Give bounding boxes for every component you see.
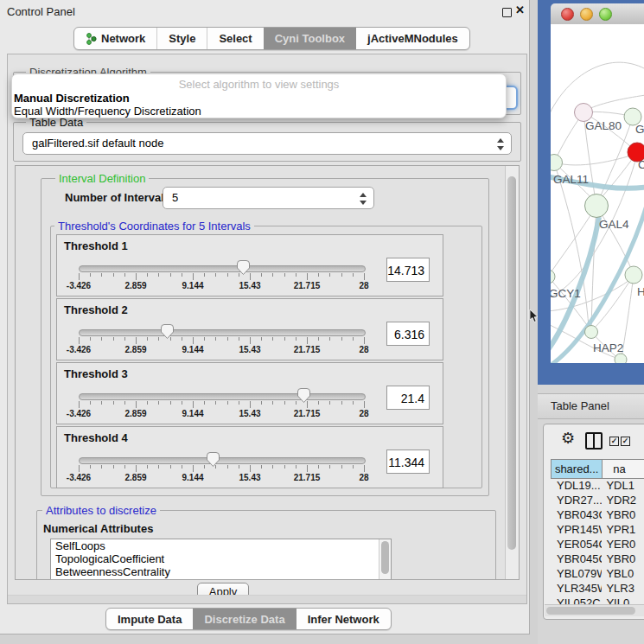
network-node[interactable]: [551, 270, 555, 284]
attributes-group-title: Attributes to discretize: [42, 504, 160, 517]
table-row[interactable]: YBR045CYBR0: [551, 552, 644, 567]
slider-tick-labels: -3.4262.8599.14415.4321.71528: [79, 345, 364, 355]
zoom-traffic-light-icon[interactable]: [599, 8, 612, 21]
slider-tick-labels: -3.4262.8599.14415.4321.71528: [79, 409, 364, 419]
threshold-value-field[interactable]: 21.4: [386, 386, 430, 410]
minimize-traffic-light-icon[interactable]: [580, 8, 593, 21]
table-horizontal-scrollbar[interactable]: [545, 604, 644, 616]
tab-infer-network[interactable]: Infer Network: [296, 609, 391, 629]
float-window-icon[interactable]: [502, 8, 512, 17]
gear-icon[interactable]: ⚙: [561, 429, 575, 448]
slider-tick-labels: -3.4262.8599.14415.4321.71528: [79, 473, 364, 483]
table-panel-title: Table Panel: [551, 399, 609, 412]
combo-stepper-icon: [359, 192, 367, 206]
node-label: GA: [635, 123, 644, 136]
table-row[interactable]: YDR27...YDR2: [551, 494, 644, 508]
table-data-combobox[interactable]: galFiltered.sif default node: [22, 132, 512, 155]
node-label: GCY1: [551, 287, 581, 300]
interval-definition-title: Interval Definition: [55, 172, 149, 185]
attributes-group: Attributes to discretize Numerical Attri…: [36, 510, 496, 580]
slider-ticks: [79, 273, 364, 281]
num-intervals-combobox[interactable]: 5: [163, 187, 374, 209]
table-panel-titlebar: Table Panel: [538, 393, 644, 419]
checkbox-icon[interactable]: ✓: [609, 437, 619, 446]
threshold-slider-thumb[interactable]: [206, 451, 220, 468]
threshold-value-field[interactable]: 14.713: [386, 258, 430, 282]
threshold-label: Threshold 4: [64, 431, 128, 444]
numerical-attributes-list[interactable]: SelfLoopsTopologicalCoefficientBetweenne…: [50, 539, 392, 580]
settings-scrollpane: Interval Definition Number of Intervals …: [15, 165, 520, 580]
network-icon: [86, 33, 97, 45]
node-label: C: [638, 158, 644, 171]
threshold-row: Threshold 3 -3.4262.8599.14415.4321.7152…: [56, 362, 443, 424]
slider-ticks: [79, 465, 364, 473]
table-row[interactable]: YLR345WYLR3: [551, 582, 644, 596]
threshold-slider-thumb[interactable]: [296, 387, 311, 404]
node-label: GAL80: [585, 119, 622, 132]
threshold-row: Threshold 2 -3.4262.8599.14415.4321.7152…: [56, 298, 443, 360]
threshold-slider-track[interactable]: [79, 265, 366, 272]
attributes-scrollbar[interactable]: [379, 539, 391, 580]
close-traffic-light-icon[interactable]: [561, 8, 574, 21]
column-header-name[interactable]: na: [603, 459, 644, 479]
control-panel-window: Control Panel ✕ Network Style Select Cyn…: [0, 0, 530, 634]
slider-tick-labels: -3.4262.8599.14415.4321.71528: [79, 281, 364, 291]
threshold-value-field[interactable]: 6.316: [386, 322, 430, 346]
tab-discretize-data[interactable]: Discretize Data: [193, 609, 296, 629]
node-label: GAL11: [553, 173, 589, 186]
network-node[interactable]: [625, 266, 642, 284]
attribute-list-item[interactable]: SelfLoops: [51, 539, 391, 552]
network-canvas[interactable]: GAL80GACGAL11GAL4GCY1HHAP2: [551, 24, 644, 363]
node-table: shared... na YDL19...YDL1YDR27...YDR2YBR…: [551, 459, 644, 611]
option-equal-width-frequency[interactable]: Equal Width/Frequency Discretization: [14, 105, 201, 118]
threshold-value-field[interactable]: 11.344: [386, 450, 430, 474]
table-row[interactable]: YBL079WYBL0: [551, 567, 644, 582]
threshold-slider-thumb[interactable]: [160, 323, 175, 340]
top-tabbar: Network Style Select Cyni Toolbox jActiv…: [73, 27, 470, 50]
node-label: GAL4: [599, 218, 629, 231]
threshold-slider-track[interactable]: [79, 329, 366, 336]
network-node[interactable]: [615, 354, 627, 363]
cyni-toolbox-panel: Discretization Algorithm Select algorith…: [7, 54, 527, 604]
threshold-coordinates-group: Threshold's Coordinates for 5 Intervals …: [50, 226, 482, 488]
table-panel-region: Table Panel ⚙ ✓ ✓ shared... na YDL19...Y…: [538, 385, 644, 644]
node-label: HAP2: [593, 341, 623, 354]
threshold-list: Threshold 1 -3.4262.8599.14415.4321.7152…: [56, 234, 443, 490]
option-manual-discretization[interactable]: Manual Discretization: [14, 92, 130, 105]
threshold-row: Threshold 1 -3.4262.8599.14415.4321.7152…: [56, 234, 443, 296]
network-node[interactable]: [585, 326, 598, 339]
checkbox-icon[interactable]: ✓: [621, 437, 630, 446]
combo-stepper-icon: [496, 137, 504, 151]
close-icon[interactable]: ✕: [515, 3, 525, 16]
threshold-slider-track[interactable]: [79, 393, 366, 400]
settings-vertical-scrollbar[interactable]: [505, 166, 519, 579]
table-row[interactable]: YPR145WYPR1: [551, 523, 644, 538]
tab-jactivemnodules[interactable]: jActiveMNodules: [356, 28, 469, 49]
window-title: Control Panel: [7, 5, 75, 18]
tab-style[interactable]: Style: [156, 28, 207, 49]
network-window-titlebar[interactable]: [551, 3, 644, 25]
threshold-slider-thumb[interactable]: [236, 259, 251, 276]
attribute-list-item[interactable]: TopologicalCoefficient: [51, 552, 391, 565]
column-header-shared[interactable]: shared...: [551, 459, 603, 479]
node-label: H: [637, 285, 644, 298]
tab-impute-data[interactable]: Impute Data: [106, 609, 193, 629]
columns-icon[interactable]: [585, 432, 603, 450]
numerical-attributes-label: Numerical Attributes: [43, 522, 153, 535]
table-row[interactable]: YBR043CYBR0: [551, 508, 644, 523]
table-row[interactable]: YDL19...YDL1: [551, 479, 644, 494]
slider-ticks: [79, 401, 364, 409]
num-intervals-label: Number of Intervals: [65, 191, 170, 204]
mouse-cursor: [529, 309, 539, 323]
tab-cyni-toolbox[interactable]: Cyni Toolbox: [264, 28, 356, 49]
table-panel-window: ⚙ ✓ ✓ shared... na YDL19...YDL1YDR27...Y…: [543, 424, 644, 620]
threshold-slider-track[interactable]: [79, 457, 366, 464]
interval-definition-group: Interval Definition Number of Intervals …: [41, 178, 489, 496]
tab-select[interactable]: Select: [207, 28, 263, 49]
algorithm-hint: Select algorithm to view settings: [12, 78, 506, 91]
tab-network[interactable]: Network: [74, 28, 156, 49]
attribute-list-item[interactable]: BetweennessCentrality: [51, 565, 391, 578]
table-row[interactable]: YER054CYER0: [551, 538, 644, 552]
network-node[interactable]: [585, 194, 609, 218]
bottom-tabbar: Impute Data Discretize Data Infer Networ…: [105, 608, 392, 630]
